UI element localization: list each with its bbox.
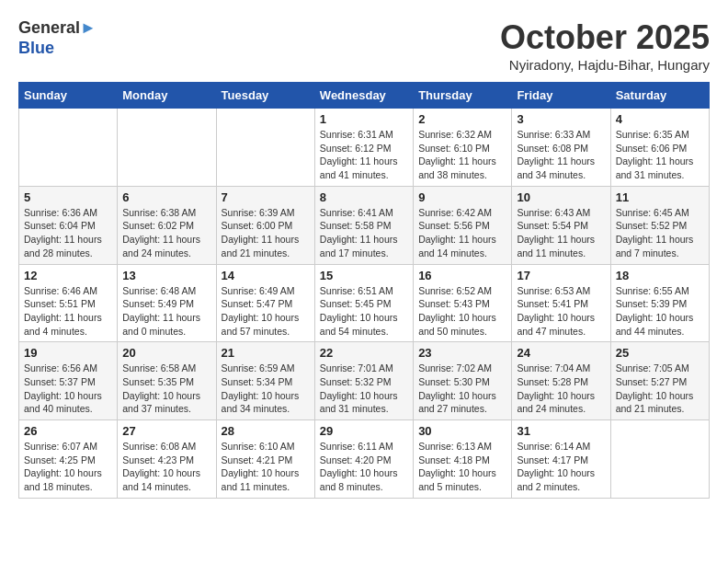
calendar-cell: 14Sunrise: 6:49 AM Sunset: 5:47 PM Dayli… (216, 264, 314, 342)
day-number: 4 (616, 112, 704, 126)
weekday-header-tuesday: Tuesday (216, 83, 314, 109)
calendar-cell (610, 420, 709, 499)
calendar-cell: 1Sunrise: 6:31 AM Sunset: 6:12 PM Daylig… (314, 109, 413, 187)
calendar-week-row: 26Sunrise: 6:07 AM Sunset: 4:25 PM Dayli… (19, 420, 710, 499)
logo-blue: Blue (18, 39, 54, 57)
calendar-cell: 21Sunrise: 6:59 AM Sunset: 5:34 PM Dayli… (216, 342, 314, 420)
logo-general: General (18, 18, 80, 37)
day-info: Sunrise: 6:59 AM Sunset: 5:34 PM Dayligh… (222, 362, 310, 416)
day-info: Sunrise: 6:42 AM Sunset: 5:56 PM Dayligh… (418, 206, 506, 260)
day-number: 14 (222, 269, 310, 282)
day-number: 15 (320, 269, 408, 282)
weekday-header-saturday: Saturday (610, 83, 709, 109)
day-number: 7 (222, 190, 310, 204)
day-info: Sunrise: 6:41 AM Sunset: 5:58 PM Dayligh… (320, 206, 408, 260)
day-number: 28 (222, 424, 310, 438)
day-info: Sunrise: 7:02 AM Sunset: 5:30 PM Dayligh… (418, 362, 506, 416)
day-number: 10 (517, 190, 605, 204)
calendar-cell: 13Sunrise: 6:48 AM Sunset: 5:49 PM Dayli… (118, 264, 216, 342)
calendar-cell: 7Sunrise: 6:39 AM Sunset: 6:00 PM Daylig… (216, 186, 314, 264)
day-info: Sunrise: 6:13 AM Sunset: 4:18 PM Dayligh… (418, 440, 506, 494)
day-info: Sunrise: 6:35 AM Sunset: 6:06 PM Dayligh… (616, 128, 704, 182)
calendar-cell (216, 109, 314, 187)
calendar-cell: 29Sunrise: 6:11 AM Sunset: 4:20 PM Dayli… (314, 420, 413, 499)
calendar-cell: 17Sunrise: 6:53 AM Sunset: 5:41 PM Dayli… (512, 264, 610, 342)
day-number: 24 (517, 346, 605, 360)
month-title: October 2025 (500, 18, 710, 57)
calendar-cell: 28Sunrise: 6:10 AM Sunset: 4:21 PM Dayli… (216, 420, 314, 499)
calendar-cell: 23Sunrise: 7:02 AM Sunset: 5:30 PM Dayli… (414, 342, 512, 420)
page-header: General► Blue October 2025 Nyiradony, Ha… (18, 18, 710, 73)
calendar-cell: 12Sunrise: 6:46 AM Sunset: 5:51 PM Dayli… (19, 264, 118, 342)
day-info: Sunrise: 6:10 AM Sunset: 4:21 PM Dayligh… (222, 440, 310, 494)
day-info: Sunrise: 6:46 AM Sunset: 5:51 PM Dayligh… (24, 284, 112, 339)
day-info: Sunrise: 6:32 AM Sunset: 6:10 PM Dayligh… (418, 128, 506, 182)
day-info: Sunrise: 6:39 AM Sunset: 6:00 PM Dayligh… (222, 206, 310, 260)
calendar-cell: 31Sunrise: 6:14 AM Sunset: 4:17 PM Dayli… (512, 420, 610, 499)
calendar-week-row: 19Sunrise: 6:56 AM Sunset: 5:37 PM Dayli… (19, 342, 710, 420)
calendar-cell: 10Sunrise: 6:43 AM Sunset: 5:54 PM Dayli… (512, 186, 610, 264)
weekday-header-friday: Friday (512, 83, 610, 109)
calendar-cell: 25Sunrise: 7:05 AM Sunset: 5:27 PM Dayli… (610, 342, 709, 420)
day-info: Sunrise: 6:53 AM Sunset: 5:41 PM Dayligh… (517, 284, 605, 339)
day-number: 12 (24, 269, 112, 282)
day-info: Sunrise: 6:31 AM Sunset: 6:12 PM Dayligh… (320, 128, 408, 182)
day-info: Sunrise: 6:07 AM Sunset: 4:25 PM Dayligh… (24, 440, 112, 494)
calendar-cell: 11Sunrise: 6:45 AM Sunset: 5:52 PM Dayli… (610, 186, 709, 264)
day-number: 9 (418, 190, 506, 204)
day-number: 23 (418, 346, 506, 360)
logo-icon-shape: ► (80, 18, 97, 37)
day-info: Sunrise: 7:01 AM Sunset: 5:32 PM Dayligh… (320, 362, 408, 416)
calendar-cell: 5Sunrise: 6:36 AM Sunset: 6:04 PM Daylig… (19, 186, 118, 264)
day-info: Sunrise: 6:55 AM Sunset: 5:39 PM Dayligh… (616, 284, 704, 339)
calendar-cell (118, 109, 216, 187)
day-info: Sunrise: 6:49 AM Sunset: 5:47 PM Dayligh… (222, 284, 310, 339)
day-number: 3 (517, 112, 605, 126)
day-info: Sunrise: 6:11 AM Sunset: 4:20 PM Dayligh… (320, 440, 408, 494)
calendar-cell: 15Sunrise: 6:51 AM Sunset: 5:45 PM Dayli… (314, 264, 413, 342)
day-info: Sunrise: 6:58 AM Sunset: 5:35 PM Dayligh… (122, 362, 210, 416)
calendar-cell: 20Sunrise: 6:58 AM Sunset: 5:35 PM Dayli… (118, 342, 216, 420)
weekday-header-row: SundayMondayTuesdayWednesdayThursdayFrid… (19, 83, 710, 109)
day-number: 2 (418, 112, 506, 126)
calendar-table: SundayMondayTuesdayWednesdayThursdayFrid… (18, 82, 710, 499)
day-info: Sunrise: 6:08 AM Sunset: 4:23 PM Dayligh… (122, 440, 210, 494)
day-number: 27 (122, 424, 210, 438)
location: Nyiradony, Hajdu-Bihar, Hungary (500, 57, 710, 73)
calendar-cell: 24Sunrise: 7:04 AM Sunset: 5:28 PM Dayli… (512, 342, 610, 420)
calendar-cell: 30Sunrise: 6:13 AM Sunset: 4:18 PM Dayli… (414, 420, 512, 499)
calendar-cell: 27Sunrise: 6:08 AM Sunset: 4:23 PM Dayli… (118, 420, 216, 499)
logo: General► Blue (18, 18, 97, 58)
day-number: 5 (24, 190, 112, 204)
day-number: 8 (320, 190, 408, 204)
calendar-cell: 22Sunrise: 7:01 AM Sunset: 5:32 PM Dayli… (314, 342, 413, 420)
calendar-cell: 26Sunrise: 6:07 AM Sunset: 4:25 PM Dayli… (19, 420, 118, 499)
day-number: 31 (517, 424, 605, 438)
calendar-week-row: 5Sunrise: 6:36 AM Sunset: 6:04 PM Daylig… (19, 186, 710, 264)
weekday-header-monday: Monday (118, 83, 216, 109)
calendar-cell: 3Sunrise: 6:33 AM Sunset: 6:08 PM Daylig… (512, 109, 610, 187)
day-number: 20 (122, 346, 210, 360)
day-info: Sunrise: 6:36 AM Sunset: 6:04 PM Dayligh… (24, 206, 112, 260)
calendar-cell: 8Sunrise: 6:41 AM Sunset: 5:58 PM Daylig… (314, 186, 413, 264)
title-block: October 2025 Nyiradony, Hajdu-Bihar, Hun… (500, 18, 710, 73)
day-number: 29 (320, 424, 408, 438)
day-number: 21 (222, 346, 310, 360)
day-info: Sunrise: 7:05 AM Sunset: 5:27 PM Dayligh… (616, 362, 704, 416)
day-number: 18 (616, 269, 704, 282)
day-number: 1 (320, 112, 408, 126)
day-number: 13 (122, 269, 210, 282)
calendar-cell: 19Sunrise: 6:56 AM Sunset: 5:37 PM Dayli… (19, 342, 118, 420)
day-number: 26 (24, 424, 112, 438)
calendar-cell: 2Sunrise: 6:32 AM Sunset: 6:10 PM Daylig… (414, 109, 512, 187)
day-info: Sunrise: 6:45 AM Sunset: 5:52 PM Dayligh… (616, 206, 704, 260)
day-info: Sunrise: 6:56 AM Sunset: 5:37 PM Dayligh… (24, 362, 112, 416)
day-number: 22 (320, 346, 408, 360)
day-number: 6 (122, 190, 210, 204)
day-info: Sunrise: 6:52 AM Sunset: 5:43 PM Dayligh… (418, 284, 506, 339)
day-number: 11 (616, 190, 704, 204)
day-number: 16 (418, 269, 506, 282)
day-number: 17 (517, 269, 605, 282)
day-info: Sunrise: 6:14 AM Sunset: 4:17 PM Dayligh… (517, 440, 605, 494)
weekday-header-wednesday: Wednesday (314, 83, 413, 109)
